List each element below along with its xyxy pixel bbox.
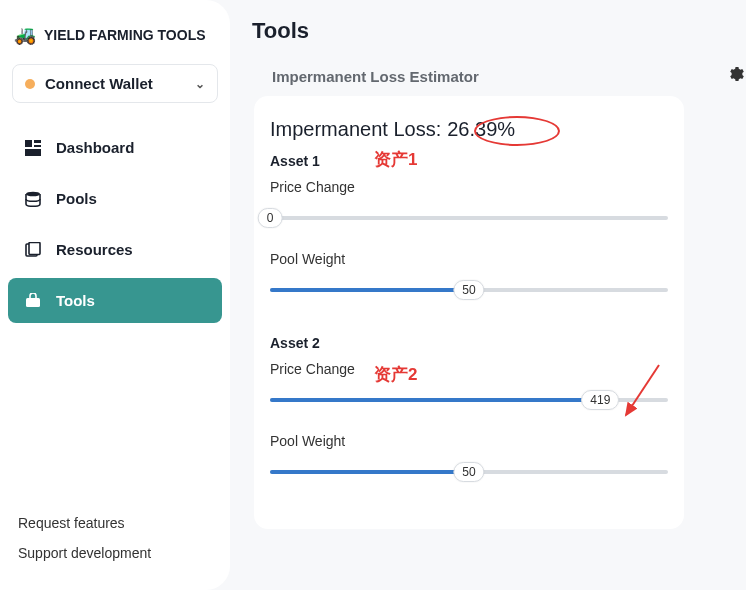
footer-links: Request features Support development [8,508,222,574]
brand-title: YIELD FARMING TOOLS [44,27,206,43]
resources-icon [24,242,42,258]
tools-icon [24,293,42,309]
sidebar-label-tools: Tools [56,292,95,309]
svg-rect-2 [34,145,41,147]
asset2-block: Asset 2 Price Change 419 Pool Weight 50 [270,335,668,487]
asset2-price-change-thumb[interactable]: 419 [581,390,619,410]
svg-rect-3 [25,149,41,156]
main-content: Tools Impermanent Loss Estimator Imperma… [230,0,746,590]
asset1-price-change-label: Price Change [270,179,668,195]
sidebar-label-dashboard: Dashboard [56,139,134,156]
asset1-price-change-thumb[interactable]: 0 [258,208,283,228]
asset2-pool-weight-label: Pool Weight [270,433,668,449]
svg-rect-7 [26,298,40,307]
asset2-price-change-slider[interactable]: 419 [270,385,668,415]
sidebar: 🚜 YIELD FARMING TOOLS Connect Wallet ⌄ D… [0,0,230,590]
chevron-down-icon: ⌄ [195,77,205,91]
sidebar-item-dashboard[interactable]: Dashboard [8,125,222,170]
card-header: Impermanent Loss Estimator [252,66,746,96]
asset1-label: Asset 1 [270,153,668,169]
svg-rect-6 [29,242,40,254]
sidebar-item-tools[interactable]: Tools [8,278,222,323]
asset1-pool-weight-slider[interactable]: 50 [270,275,668,305]
asset1-pool-weight-thumb[interactable]: 50 [453,280,484,300]
nav-list: Dashboard Pools Resources Tools [8,125,222,323]
asset2-label: Asset 2 [270,335,668,351]
tractor-icon: 🚜 [14,24,36,46]
svg-point-4 [26,191,40,196]
support-development-link[interactable]: Support development [18,538,212,568]
asset2-pool-weight-slider[interactable]: 50 [270,457,668,487]
pools-icon [24,191,42,207]
sidebar-item-resources[interactable]: Resources [8,227,222,272]
asset2-price-change-label: Price Change [270,361,668,377]
request-features-link[interactable]: Request features [18,508,212,538]
impermanent-loss-card: Impermanent Loss: 26.39% Asset 1 Price C… [254,96,684,529]
dashboard-icon [24,140,42,156]
loss-label: Impermanent Loss: [270,118,441,141]
loss-value: 26.39% [447,118,515,141]
gear-icon[interactable] [728,66,744,86]
sidebar-item-pools[interactable]: Pools [8,176,222,221]
wallet-label: Connect Wallet [45,75,153,92]
page-title: Tools [252,18,746,44]
brand: 🚜 YIELD FARMING TOOLS [8,16,222,62]
svg-rect-0 [25,140,32,147]
card-title: Impermanent Loss Estimator [272,68,479,85]
sidebar-label-pools: Pools [56,190,97,207]
connect-wallet-button[interactable]: Connect Wallet ⌄ [12,64,218,103]
status-dot-icon [25,79,35,89]
svg-rect-1 [34,140,41,143]
asset1-price-change-slider[interactable]: 0 [270,203,668,233]
sidebar-label-resources: Resources [56,241,133,258]
asset2-pool-weight-thumb[interactable]: 50 [453,462,484,482]
asset1-pool-weight-label: Pool Weight [270,251,668,267]
asset1-block: Asset 1 Price Change 0 Pool Weight 50 [270,153,668,305]
